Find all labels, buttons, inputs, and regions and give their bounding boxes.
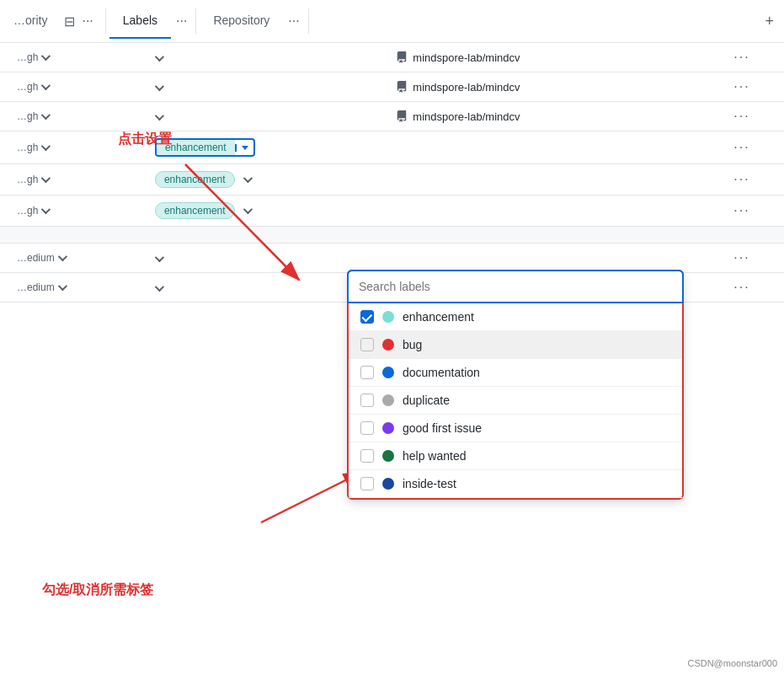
priority-chevron-icon[interactable] (41, 174, 51, 183)
repo-icon (396, 81, 408, 93)
label-dropdown-arrow[interactable] (235, 144, 253, 152)
repo-icon (396, 51, 408, 63)
annotation-check-uncheck: 勾选/取消所需标签 (42, 581, 153, 599)
table-row: …gh mindspore-lab/mindcv (0, 43, 784, 72)
label-checkbox-help-wanted[interactable] (360, 449, 374, 463)
priority-cell: …gh (0, 72, 145, 102)
labels-cell (145, 72, 386, 102)
priority-value: …gh (17, 81, 38, 93)
table-row: …gh mindspore-lab/mindcv (0, 72, 784, 102)
priority-chevron-icon[interactable] (41, 205, 51, 214)
more-cell: ··· (723, 273, 784, 303)
header-tabs: …ority ⊟ ··· Labels ··· Repository ··· + (0, 0, 784, 43)
priority-chevron-icon[interactable] (57, 281, 67, 291)
label-chevron-icon[interactable] (155, 282, 164, 292)
label-text-documentation: documentation (403, 366, 480, 379)
label-color-help-wanted (382, 450, 394, 462)
label-color-enhancement (382, 311, 394, 323)
repo-cell: mindspore-lab/mindcv (386, 43, 723, 72)
label-badge[interactable]: enhancement (155, 171, 235, 188)
priority-cell: …gh (0, 196, 145, 227)
row-more-button[interactable]: ··· (733, 50, 749, 64)
issues-table: …gh mindspore-lab/mindcv (0, 43, 784, 303)
tab-labels[interactable]: Labels (109, 3, 171, 39)
labels-cell-active: enhancement (145, 131, 386, 164)
tab-divider-2 (195, 8, 196, 34)
list-item-good-first-issue[interactable]: good first issue (349, 415, 682, 442)
priority-more-button[interactable]: ··· (77, 7, 98, 35)
label-badge[interactable]: enhancement (155, 202, 235, 219)
row-more-button[interactable]: ··· (733, 172, 749, 186)
add-column-button[interactable]: + (755, 6, 784, 37)
priority-badge: …gh (10, 172, 55, 187)
list-item-help-wanted[interactable]: help wanted (349, 442, 682, 470)
label-text-enhancement: enhancement (403, 310, 474, 324)
label-dropdown-trigger[interactable]: enhancement (155, 138, 255, 157)
priority-chevron-icon[interactable] (57, 252, 67, 261)
repo-cell (386, 196, 723, 227)
label-checkbox-good-first-issue[interactable] (360, 421, 374, 435)
list-item-bug[interactable]: bug (349, 331, 682, 359)
main-table-area: …gh mindspore-lab/mindcv (0, 43, 784, 303)
spacer-row (0, 227, 784, 244)
more-cell: ··· (723, 72, 784, 102)
list-item-duplicate[interactable]: duplicate (349, 387, 682, 415)
tab-priority[interactable]: …ority (0, 3, 61, 39)
priority-chevron-icon[interactable] (41, 51, 51, 61)
label-chevron-icon[interactable] (155, 82, 164, 91)
priority-value: …gh (17, 174, 38, 185)
search-input-container (347, 270, 684, 303)
priority-label: …ority (13, 13, 47, 27)
repo-name: mindspore-lab/mindcv (413, 51, 520, 64)
list-item-enhancement[interactable]: enhancement (349, 303, 682, 331)
label-checkbox-documentation[interactable] (360, 366, 374, 379)
priority-cell: …gh (0, 43, 145, 72)
label-checkbox-enhancement[interactable] (360, 310, 374, 324)
priority-chevron-icon[interactable] (41, 110, 51, 120)
tab-repository[interactable]: Repository (200, 3, 283, 39)
labels-tab-label: Labels (123, 13, 157, 27)
row-more-button[interactable]: ··· (733, 109, 749, 123)
priority-cell: …gh (0, 164, 145, 196)
label-checkbox-bug[interactable] (360, 338, 374, 351)
active-label-text: enhancement (157, 140, 235, 155)
row-more-button[interactable]: ··· (733, 203, 749, 217)
priority-badge: …gh (10, 79, 55, 94)
priority-badge: …gh (10, 50, 55, 65)
search-labels-input[interactable] (355, 278, 675, 295)
labels-cell (145, 102, 386, 131)
repo-cell (386, 244, 723, 273)
label-chevron-icon[interactable] (243, 205, 252, 214)
label-chevron-icon[interactable] (155, 253, 164, 262)
label-checkbox-inside-test[interactable] (360, 477, 374, 490)
row-more-button[interactable]: ··· (733, 79, 749, 94)
label-chevron-icon[interactable] (155, 111, 164, 121)
priority-chevron-icon[interactable] (41, 81, 51, 90)
label-chevron-icon[interactable] (155, 52, 164, 62)
priority-badge: …gh (10, 203, 55, 218)
dropdown-arrow-icon (242, 146, 248, 150)
label-text-good-first-issue: good first issue (403, 421, 482, 435)
priority-badge: …edium (10, 280, 72, 295)
label-text-help-wanted: help wanted (403, 449, 467, 463)
table-row: …gh mindspore-lab/mindcv (0, 102, 784, 131)
repository-more-button[interactable]: ··· (283, 7, 304, 35)
row-more-button[interactable]: ··· (733, 140, 749, 154)
tab-divider-1 (105, 8, 106, 34)
label-checkbox-duplicate[interactable] (360, 394, 374, 407)
label-color-duplicate (382, 394, 394, 406)
priority-badge: …edium (10, 250, 72, 265)
row-more-button[interactable]: ··· (733, 250, 749, 265)
priority-cell: …gh (0, 102, 145, 131)
label-chevron-icon[interactable] (243, 174, 252, 183)
more-cell: ··· (723, 196, 784, 227)
row-more-button[interactable]: ··· (733, 280, 749, 294)
repository-tab-label: Repository (213, 13, 269, 27)
labels-more-button[interactable]: ··· (171, 7, 192, 35)
label-color-good-first-issue (382, 422, 394, 434)
priority-chevron-icon[interactable] (41, 142, 51, 151)
priority-cell: …edium (0, 244, 145, 273)
list-item-inside-test[interactable]: inside-test (349, 470, 682, 498)
repo-icon (396, 110, 408, 122)
list-item-documentation[interactable]: documentation (349, 359, 682, 387)
